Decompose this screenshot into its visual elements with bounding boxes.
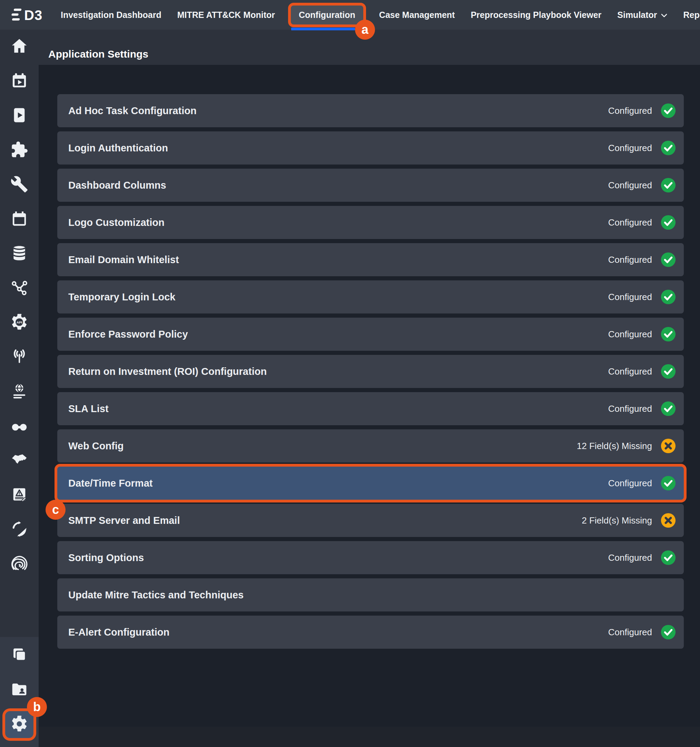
nav-item-label: Investigation Dashboard [61,10,161,20]
sidebar-item-binoculars-search[interactable] [0,409,39,443]
folder-user-icon [10,680,29,700]
sidebar-main-icons: API [0,30,39,581]
left-sidebar: API b [0,30,39,747]
settings-row-label: Login Authentication [68,142,168,154]
sidebar-item-share-network[interactable] [0,271,39,305]
d3-logo[interactable]: D3 [10,6,45,24]
nav-item-label: Configuration [299,10,355,20]
sidebar-item-handshake[interactable] [0,443,39,478]
sidebar-item-calendar[interactable] [0,202,39,237]
sidebar-item-api-gear[interactable]: API [0,305,39,340]
integrations-puzzle-icon [11,141,28,160]
panel-bottom-strip [39,727,700,747]
settings-row-label: Email Domain Whitelist [68,254,179,266]
broadcast-antenna-icon [11,348,28,367]
nav-item-investigation-dashboard[interactable]: Investigation Dashboard [61,10,161,20]
settings-row-label: Temporary Login Lock [68,292,175,303]
check-circle-icon [660,326,676,342]
nav-item-label: Simulator [617,10,657,20]
settings-row-status: Configured [608,366,652,377]
page-title: Application Settings [48,48,148,60]
share-network-icon [11,279,28,298]
settings-row-temporary-login-lock[interactable]: Temporary Login LockConfigured [57,280,684,313]
nav-item-preprocessing-playbook-viewer[interactable]: Preprocessing Playbook Viewer [471,10,602,20]
nav-item-case-management[interactable]: Case Management [379,10,455,20]
nav-item-mitre-att-ck-monitor[interactable]: MITRE ATT&CK Monitor [177,10,275,20]
settings-row-status: Configured [608,180,652,191]
settings-row-web-config[interactable]: Web Config12 Field(s) Missing [57,429,684,463]
settings-row-label: SMTP Server and Email [68,515,180,526]
nav-item-simulator[interactable]: Simulator [617,10,667,20]
x-circle-icon [660,513,676,528]
binoculars-search-icon [10,417,29,436]
sidebar-item-copy-pages[interactable] [0,638,39,673]
settings-row-dashboard-columns[interactable]: Dashboard ColumnsConfigured [57,169,684,202]
nav-item-reporting[interactable]: Reporting [683,10,700,20]
check-circle-icon [660,475,676,491]
settings-gear-icon [11,715,28,734]
sidebar-item-calendar-play[interactable] [0,64,39,98]
check-circle-icon [660,363,676,380]
sidebar-item-fingerprint[interactable] [0,547,39,581]
settings-row-status: Configured [608,292,652,302]
settings-row-label: Dashboard Columns [68,180,166,191]
settings-row-label: Web Config [68,440,124,452]
settings-row-logo-customization[interactable]: Logo CustomizationConfigured [57,206,684,239]
sync-arrows-icon [11,520,28,539]
settings-row-status: 2 Field(s) Missing [582,515,652,526]
settings-row-smtp-server-and-email[interactable]: SMTP Server and Email2 Field(s) Missing [57,504,684,537]
settings-row-login-authentication[interactable]: Login AuthenticationConfigured [57,132,684,165]
nav-items: Investigation DashboardMITRE ATT&CK Moni… [61,6,700,24]
handshake-icon [10,451,29,470]
nav-item-label: Reporting [683,10,700,20]
settings-row-email-domain-whitelist[interactable]: Email Domain WhitelistConfigured [57,243,684,276]
chevron-down-icon [661,13,668,18]
settings-row-status: 12 Field(s) Missing [577,441,652,451]
settings-row-label: Update Mitre Tactics and Techniques [68,590,244,601]
settings-row-date-time-format[interactable]: Date/Time FormatConfiguredc [57,467,684,500]
svg-text:API: API [17,321,23,324]
settings-panel: Ad Hoc Task ConfigurationConfiguredLogin… [39,65,700,727]
sidebar-item-globe-web[interactable] [0,375,39,409]
top-navbar: D3 Investigation DashboardMITRE ATT&CK M… [0,0,700,30]
home-icon [11,37,28,57]
sidebar-item-settings-gear[interactable]: b [0,707,39,742]
sidebar-item-playbook-video[interactable] [0,98,39,133]
fingerprint-icon [11,555,28,574]
settings-row-sorting-options[interactable]: Sorting OptionsConfigured [57,541,684,574]
settings-row-enforce-password-policy[interactable]: Enforce Password PolicyConfigured [57,318,684,351]
sidebar-item-integrations-puzzle[interactable] [0,133,39,168]
settings-gear-highlight-box[interactable]: b [5,711,33,738]
nav-item-configuration[interactable]: Configurationa [291,6,363,24]
settings-row-ad-hoc-task-configuration[interactable]: Ad Hoc Task ConfigurationConfigured [57,94,684,127]
sidebar-item-broadcast-antenna[interactable] [0,340,39,375]
settings-row-label: Enforce Password Policy [68,329,188,340]
settings-row-e-alert-configuration[interactable]: E-Alert ConfigurationConfigured [57,615,684,649]
sidebar-item-home[interactable] [0,30,39,64]
settings-row-status: Configured [608,627,652,638]
settings-row-label: Date/Time Format [68,478,153,489]
check-circle-icon [660,252,676,268]
globe-web-icon [11,382,28,401]
settings-row-label: Logo Customization [68,217,165,228]
sidebar-item-alert-document[interactable] [0,478,39,513]
settings-row-status: Configured [608,329,652,340]
playbook-video-icon [11,106,28,126]
sidebar-item-database[interactable] [0,237,39,271]
settings-row-update-mitre-tactics-and-techniques[interactable]: Update Mitre Tactics and Techniques [57,578,684,611]
settings-row-return-on-investment-roi-configuration[interactable]: Return on Investment (ROI) Configuration… [57,355,684,388]
sidebar-item-sync-arrows[interactable] [0,513,39,547]
calendar-play-icon [11,72,28,91]
check-circle-icon [660,177,676,193]
active-tab-underline [291,27,355,30]
application-settings-screen: D3 Investigation DashboardMITRE ATT&CK M… [0,0,700,747]
database-icon [11,244,28,263]
settings-rows: Ad Hoc Task ConfigurationConfiguredLogin… [57,94,684,649]
sidebar-bottom-panel: b [0,637,39,747]
sidebar-item-utility-tools[interactable] [0,168,39,202]
settings-row-sla-list[interactable]: SLA ListConfigured [57,392,684,425]
check-circle-icon [660,140,676,156]
settings-row-status: Configured [608,217,652,228]
annotation-badge-b: b [27,697,47,717]
check-circle-icon [660,103,676,119]
